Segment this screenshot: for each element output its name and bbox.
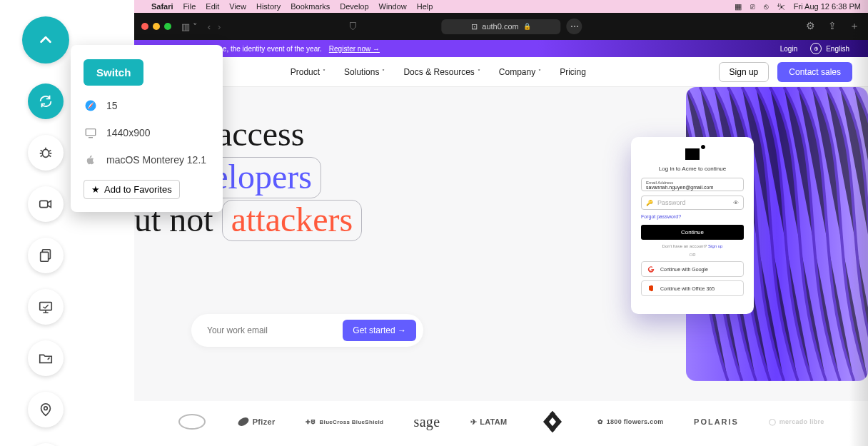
shield-icon[interactable]: ⛉: [348, 21, 358, 32]
monitor-icon: [84, 126, 98, 140]
password-field[interactable]: 🔑 Password 👁: [641, 196, 744, 210]
work-email-input[interactable]: [207, 325, 328, 335]
logo-sage: sage: [414, 414, 440, 430]
logo-1800flowers: ✿ 1800 flowers.com: [597, 418, 663, 425]
safari-toolbar: ▥ ˅ ‹ › ⛉ ⊡ auth0.com 🔒 ⋯ ⚙ ⇪ ＋: [134, 13, 868, 40]
login-card: Log in to Acme to continue Email Address…: [631, 137, 754, 314]
register-link[interactable]: Register now →: [329, 45, 380, 53]
extensions-icon[interactable]: ⚙: [806, 20, 815, 33]
logo-mercadolibre: ◯ mercado libre: [769, 418, 824, 425]
display-button[interactable]: [28, 289, 64, 325]
svg-rect-8: [86, 129, 96, 136]
location-button[interactable]: [28, 392, 64, 427]
nav-docs[interactable]: Docs & Resources˅: [403, 67, 480, 77]
clock: Fri Aug 12 6:38 PM: [794, 2, 861, 11]
svg-rect-3: [41, 252, 49, 261]
globe-icon: ⊕: [810, 43, 822, 54]
nav-back-icon[interactable]: ‹: [208, 21, 211, 32]
video-button[interactable]: [28, 186, 64, 222]
office-icon: [647, 285, 655, 292]
get-started-button[interactable]: Get started →: [343, 320, 416, 341]
tool-sidebar: [28, 16, 69, 446]
address-bar[interactable]: ⊡ auth0.com 🔒 ⋯: [441, 19, 560, 34]
login-title: Log in to Acme to continue: [641, 166, 744, 172]
app-name[interactable]: Safari: [151, 2, 173, 11]
switch-button[interactable]: Switch: [84, 59, 143, 86]
menu-view[interactable]: View: [229, 2, 246, 11]
bug-button[interactable]: [28, 135, 64, 171]
announcement-bar: an Francisco at Oktane, the identity eve…: [134, 40, 868, 57]
language-switch[interactable]: ⊕ English: [810, 43, 849, 54]
forgot-password-link[interactable]: Forgot password?: [641, 214, 744, 219]
google-icon: [647, 265, 655, 273]
menu-edit[interactable]: Edit: [206, 2, 219, 11]
eye-icon[interactable]: 👁: [733, 200, 739, 206]
window-min-icon[interactable]: [153, 23, 160, 30]
location-icon: [38, 402, 54, 417]
nav-pricing[interactable]: Pricing: [560, 67, 586, 77]
signup-prompt: Don't have an account? Sign up: [641, 244, 744, 248]
tray-icon[interactable]: ⎚: [750, 2, 755, 11]
svg-point-0: [42, 149, 49, 157]
apple-icon: [84, 153, 98, 167]
login-link[interactable]: Login: [780, 45, 797, 53]
svg-rect-4: [40, 303, 52, 310]
docs-button[interactable]: [28, 238, 64, 273]
office-sso-button[interactable]: Continue with Office 365: [641, 280, 744, 296]
wifi-icon[interactable]: ⎋: [764, 2, 769, 11]
menu-history[interactable]: History: [256, 2, 281, 11]
menu-window[interactable]: Window: [379, 2, 407, 11]
add-favorites-button[interactable]: ★ Add to Favorites: [84, 180, 180, 199]
nav-fwd-icon[interactable]: ›: [218, 21, 221, 32]
resolution-row: 1440x900: [84, 126, 210, 140]
os-row: macOS Monterey 12.1: [84, 153, 210, 167]
nav-product[interactable]: Product˅: [291, 67, 326, 77]
flag-icon[interactable]: ▦: [735, 2, 742, 11]
window-max-icon[interactable]: [164, 23, 171, 30]
bug-icon: [38, 145, 54, 161]
chevron-up-icon: [38, 32, 54, 48]
newtab-icon[interactable]: ＋: [849, 20, 859, 33]
star-icon: ★: [91, 184, 100, 195]
signup-link[interactable]: Sign up: [708, 244, 722, 248]
window-close-icon[interactable]: [141, 23, 148, 30]
browser-row: 15: [84, 98, 210, 113]
folder-icon: [38, 350, 54, 366]
menu-help[interactable]: Help: [417, 2, 433, 11]
menu-develop[interactable]: Develop: [340, 2, 368, 11]
logo-latam: ✈ LATAM: [470, 417, 508, 427]
contact-sales-button[interactable]: Contact sales: [777, 62, 852, 82]
reader-icon[interactable]: ⋯: [567, 19, 582, 34]
google-sso-button[interactable]: Continue with Google: [641, 261, 744, 277]
logo-bluecross: ✚⛨ BlueCross BlueShield: [306, 419, 383, 425]
continue-button[interactable]: Continue: [641, 225, 744, 240]
nav-solutions[interactable]: Solutions˅: [344, 67, 385, 77]
signup-button[interactable]: Sign up: [719, 62, 769, 82]
settings-button[interactable]: [28, 443, 64, 446]
svg-point-10: [179, 415, 205, 429]
folder-button[interactable]: [28, 340, 64, 376]
email-capture: Get started →: [191, 314, 423, 347]
add-favorites-label: Add to Favorites: [104, 184, 172, 195]
logo-pfizer: Pfizer: [237, 415, 276, 428]
menu-bookmarks[interactable]: Bookmarks: [291, 2, 330, 11]
svg-rect-1: [40, 201, 48, 207]
key-icon: 🔑: [646, 200, 653, 206]
logo-carrefour: [538, 411, 567, 432]
page-content: an Francisco at Oktane, the identity eve…: [134, 40, 868, 446]
collapse-button[interactable]: [22, 16, 69, 64]
site-icon: ⊡: [471, 22, 478, 31]
menu-file[interactable]: File: [183, 2, 196, 11]
email-field[interactable]: Email Address savannah.nguyen@gmail.com: [641, 178, 744, 191]
sidebar-toggle-icon[interactable]: ▥ ˅: [181, 21, 198, 32]
nav-company[interactable]: Company˅: [499, 67, 541, 77]
os-value: macOS Monterey 12.1: [106, 154, 206, 166]
sync-button[interactable]: [28, 83, 64, 119]
browser-version: 15: [106, 100, 118, 111]
sync-icon: [38, 93, 54, 109]
docs-icon: [38, 248, 54, 263]
url-text: auth0.com: [482, 22, 518, 31]
site-nav: ▸ Product˅ Solutions˅ Docs & Resources˅ …: [134, 57, 868, 87]
bt-icon[interactable]: ⏧: [777, 2, 785, 11]
share-icon[interactable]: ⇪: [828, 20, 837, 33]
